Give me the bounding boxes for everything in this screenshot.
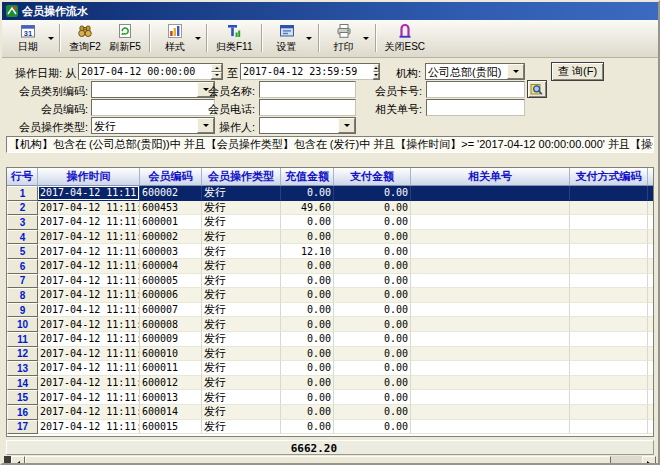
cell-pay-method-code[interactable]	[570, 405, 648, 420]
cell-op-time[interactable]: 2017-04-12 11:11:56	[38, 317, 140, 332]
table-row[interactable]: 42017-04-12 11:11:27600002发行0.000.00	[7, 230, 653, 245]
column-header-op-time[interactable]: 操作时间	[38, 168, 140, 186]
spin-down-icon[interactable]	[211, 72, 222, 80]
cell-pay-method-code[interactable]	[570, 259, 648, 274]
cell-recharge-amount[interactable]: 0.00	[281, 303, 334, 318]
cell-member-code[interactable]: 600015	[140, 420, 202, 435]
cell-related-no[interactable]	[411, 244, 570, 259]
column-header-op-type[interactable]: 会员操作类型	[202, 168, 281, 186]
cell-op-type[interactable]: 发行	[202, 259, 281, 274]
cell-op-type[interactable]: 发行	[202, 347, 281, 362]
cell-recharge-amount[interactable]: 0.00	[281, 361, 334, 376]
cell-pay-method-code[interactable]	[570, 201, 648, 216]
column-header-pay-method-code[interactable]: 支付方式编码	[570, 168, 648, 186]
cell-row-no[interactable]: 11	[7, 332, 38, 347]
cell-member-code[interactable]: 600005	[140, 274, 202, 289]
cell-op-time[interactable]: 2017-04-12 11:11:37	[38, 274, 140, 289]
cell-member-code[interactable]: 600009	[140, 332, 202, 347]
cell-pay-method-code[interactable]	[570, 317, 648, 332]
dropdown-arrow-icon[interactable]	[46, 23, 55, 53]
cell-pay-method-code[interactable]	[570, 288, 648, 303]
related-no-input[interactable]	[426, 99, 525, 116]
column-header-related-no[interactable]: 相关单号	[411, 168, 570, 186]
cell-pay-method-code[interactable]	[570, 390, 648, 405]
spin-up-icon[interactable]	[211, 64, 222, 72]
table-row[interactable]: 172017-04-12 11:11:48600015发行0.000.00	[7, 420, 653, 435]
cell-related-no[interactable]	[411, 332, 570, 347]
column-header-row-no[interactable]: 行号	[7, 168, 38, 186]
cell-op-time[interactable]: 2017-04-12 11:11:51	[38, 244, 140, 259]
cell-pay-amount[interactable]: 0.00	[334, 332, 411, 347]
scrollbar-track[interactable]	[611, 456, 642, 465]
card-lookup-button[interactable]	[527, 80, 547, 98]
cell-pay-method-code[interactable]	[570, 420, 648, 435]
toolbar-button-calendar[interactable]: 31日期	[8, 22, 48, 55]
table-row[interactable]: 112017-04-12 11:11:27600009发行0.000.00	[7, 332, 653, 347]
cell-recharge-amount[interactable]: 0.00	[281, 259, 334, 274]
cell-recharge-amount[interactable]: 0.00	[281, 420, 334, 435]
cell-row-no[interactable]: 2	[7, 201, 38, 216]
query-button[interactable]: 查 询(F)	[551, 62, 604, 81]
cell-row-no[interactable]: 8	[7, 288, 38, 303]
cell-related-no[interactable]	[411, 201, 570, 216]
cell-related-no[interactable]	[411, 274, 570, 289]
cell-pay-amount[interactable]: 0.00	[334, 405, 411, 420]
cell-op-type[interactable]: 发行	[202, 274, 281, 289]
toolbar-button-exit[interactable]: 关闭ESC	[381, 22, 430, 55]
cell-op-time[interactable]: 2017-04-12 11:11:48	[38, 420, 140, 435]
table-row[interactable]: 12017-04-12 11:11:26:73600002发行0.000.00	[7, 186, 653, 201]
column-header-member-code[interactable]: 会员编码	[140, 168, 202, 186]
cell-member-code[interactable]: 600006	[140, 288, 202, 303]
cell-row-no[interactable]: 12	[7, 347, 38, 362]
scrollbar-grip[interactable]	[4, 456, 11, 465]
table-row[interactable]: 22017-04-12 11:11:26600453发行49.600.00	[7, 201, 653, 216]
table-row[interactable]: 82017-04-12 11:11:31600006发行0.000.00	[7, 288, 653, 303]
cell-op-type[interactable]: 发行	[202, 303, 281, 318]
toolbar-button-printer[interactable]: 打印	[324, 22, 364, 55]
table-row[interactable]: 102017-04-12 11:11:56600008发行0.000.00	[7, 317, 653, 332]
table-row[interactable]: 72017-04-12 11:11:37600005发行0.000.00	[7, 274, 653, 289]
cell-op-time[interactable]: 2017-04-12 11:11:37	[38, 361, 140, 376]
cell-op-type[interactable]: 发行	[202, 332, 281, 347]
cell-pay-amount[interactable]: 0.00	[334, 230, 411, 245]
cell-op-type[interactable]: 发行	[202, 361, 281, 376]
cell-member-code[interactable]: 600011	[140, 361, 202, 376]
cell-member-code[interactable]: 600012	[140, 376, 202, 391]
cell-recharge-amount[interactable]: 0.00	[281, 376, 334, 391]
cell-op-type[interactable]: 发行	[202, 201, 281, 216]
cell-member-code[interactable]: 600002	[140, 230, 202, 245]
cell-row-no[interactable]: 3	[7, 215, 38, 230]
cell-pay-amount[interactable]: 0.00	[334, 259, 411, 274]
cell-pay-amount[interactable]: 0.00	[334, 317, 411, 332]
cell-related-no[interactable]	[411, 420, 570, 435]
dropdown-arrow-icon[interactable]	[362, 23, 371, 53]
cell-related-no[interactable]	[411, 230, 570, 245]
cell-row-no[interactable]: 13	[7, 361, 38, 376]
cell-op-time[interactable]: 2017-04-12 11:11:26:73	[38, 186, 140, 201]
toolbar-button-categorize[interactable]: 归类F11	[212, 22, 257, 55]
toolbar-button-refresh[interactable]: 刷新F5	[105, 22, 145, 55]
cell-row-no[interactable]: 15	[7, 390, 38, 405]
cell-op-type[interactable]: 发行	[202, 230, 281, 245]
cell-related-no[interactable]	[411, 215, 570, 230]
cell-member-code[interactable]: 600004	[140, 259, 202, 274]
cell-recharge-amount[interactable]: 12.10	[281, 244, 334, 259]
cell-op-time[interactable]: 2017-04-12 11:11:31	[38, 288, 140, 303]
cell-row-no[interactable]: 5	[7, 244, 38, 259]
table-row[interactable]: 52017-04-12 11:11:51600003发行12.100.00	[7, 244, 653, 259]
cell-pay-method-code[interactable]	[570, 274, 648, 289]
cell-row-no[interactable]: 14	[7, 376, 38, 391]
dropdown-arrow-icon[interactable]	[193, 23, 202, 53]
table-row[interactable]: 62017-04-12 11:11:27600004发行0.000.00	[7, 259, 653, 274]
cell-recharge-amount[interactable]: 0.00	[281, 405, 334, 420]
table-row[interactable]: 142017-04-12 11:11:37600012发行0.000.00	[7, 376, 653, 391]
cell-op-type[interactable]: 发行	[202, 376, 281, 391]
cell-pay-method-code[interactable]	[570, 376, 648, 391]
cell-pay-method-code[interactable]	[570, 361, 648, 376]
cell-member-code[interactable]: 600014	[140, 405, 202, 420]
toolbar-button-settings[interactable]: 设置	[267, 22, 307, 55]
cell-member-code[interactable]: 600001	[140, 215, 202, 230]
column-header-recharge-amount[interactable]: 充值金额	[281, 168, 334, 186]
table-row[interactable]: 122017-04-12 11:11:27600010发行0.000.00	[7, 347, 653, 362]
cell-row-no[interactable]: 4	[7, 230, 38, 245]
